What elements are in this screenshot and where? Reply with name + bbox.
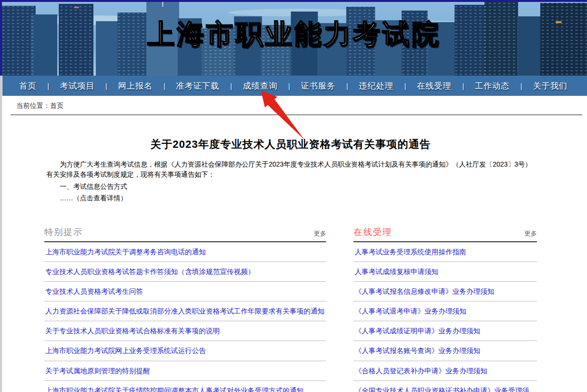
nav-item-1[interactable]: 考试项目 xyxy=(60,80,95,91)
main-content: 关于2023年度专业技术人员职业资格考试有关事项的通告 为方便广大考生查询考试信… xyxy=(0,137,587,392)
main-nav: 首页|考试项目|网上报名|准考证下载|成绩查询|证书服务|违纪处理|在线受理|工… xyxy=(0,76,587,96)
site-title: 上海市职业能力考试院 xyxy=(2,16,587,53)
list-item: 人事考试成绩复核申请须知 xyxy=(353,262,537,282)
notice-link[interactable]: 专业技术人员资格考试考生问答 xyxy=(45,287,143,295)
nav-divider: | xyxy=(462,82,464,90)
site-banner: 上海市职业能力考试院 xyxy=(0,0,587,76)
notice-title: 关于2023年度专业技术人员职业资格考试有关事项的通告 xyxy=(44,137,537,152)
list-item: 《全国专业技术人员职业资格证书补办申请》业务受理须知 xyxy=(353,381,537,392)
list-item: 《合格人员登记表补办申请》业务办理须知 xyxy=(353,361,537,381)
list-item: 上海市职业能力考试院关于调整考务咨询电话的通知 xyxy=(44,242,326,262)
section-title-special-tips: 特别提示 xyxy=(44,226,83,238)
notice-link[interactable]: 上海市职业能力考试院关于疫情防控期间调整本市人事考试对外业务受理方式的通知 xyxy=(45,387,304,392)
breadcrumb-divider xyxy=(11,115,582,115)
notice-link[interactable]: 人事考试业务受理系统使用操作指南 xyxy=(354,248,466,256)
nav-item-8[interactable]: 工作动态 xyxy=(475,80,509,91)
notice-link[interactable]: 人事考试成绩复核申请须知 xyxy=(354,268,438,275)
nav-divider: | xyxy=(47,82,49,90)
list-item: 关于考试属地原则管理的特别提醒 xyxy=(44,361,326,381)
notice-line-3[interactable]: ……（点击查看详情） xyxy=(46,193,537,203)
list-item: 人事考试业务受理系统使用操作指南 xyxy=(353,242,537,262)
nav-item-4[interactable]: 成绩查询 xyxy=(243,80,277,91)
notice-link[interactable]: 《合格人员登记表补办申请》业务办理须知 xyxy=(354,367,487,375)
section-special-tips: 特别提示 更多 上海市职业能力考试院关于调整考务咨询电话的通知专业技术人员职业资… xyxy=(44,226,326,392)
breadcrumb-label: 当前位置：首页 xyxy=(16,102,64,109)
list-item: 《人事考试报名信息修改申请》业务办理须知 xyxy=(353,282,537,301)
notice-link[interactable]: 关于专业技术人员职业资格考试合格标准有关事项的说明 xyxy=(45,327,220,335)
nav-divider: | xyxy=(105,82,107,90)
notice-link[interactable]: 关于考试属地原则管理的特别提醒 xyxy=(45,367,150,375)
nav-divider: | xyxy=(163,82,165,90)
notice-link[interactable]: 上海市职业能力考试院关于调整考务咨询电话的通知 xyxy=(45,248,206,256)
notice-link[interactable]: 上海市职业能力考试院网上业务受理系统试运行公告 xyxy=(45,347,206,354)
nav-divider: | xyxy=(521,82,522,90)
notice-link[interactable]: 人力资源社会保障部关于降低或取消部分准入类职业资格考试工作年限要求有关事项的通知 xyxy=(45,307,325,315)
nav-item-2[interactable]: 网上报名 xyxy=(118,80,153,91)
nav-item-3[interactable]: 准考证下载 xyxy=(176,80,220,91)
notice-link[interactable]: 《人事考试报名信息修改申请》业务办理须知 xyxy=(354,287,494,295)
notice-paragraph: 为方便广大考生查询考试信息，根据《人力资源社会保障部办公厅关于2023年度专业技… xyxy=(46,159,533,180)
special-tips-list: 上海市职业能力考试院关于调整考务咨询电话的通知专业技术人员职业资格考试答题卡作答… xyxy=(44,242,326,392)
section-header: 在线受理 更多 xyxy=(353,226,537,242)
notice-link[interactable]: 《全国专业技术人员职业资格证书补办申请》业务受理须知 xyxy=(354,387,529,392)
nav-item-9[interactable]: 关于我们 xyxy=(533,80,568,91)
nav-divider: | xyxy=(230,82,232,90)
list-item: 《人事考试成绩证明申请》业务办理须知 xyxy=(353,321,537,341)
page: 上海市职业能力考试院 首页|考试项目|网上报名|准考证下载|成绩查询|证书服务|… xyxy=(0,0,587,392)
notice-link[interactable]: 《人事考试成绩证明申请》业务办理须知 xyxy=(354,327,480,335)
list-item: 专业技术人员资格考试考生问答 xyxy=(44,282,326,301)
nav-item-5[interactable]: 证书服务 xyxy=(301,80,336,91)
breadcrumb: 当前位置：首页 xyxy=(0,96,587,114)
list-item: 人力资源社会保障部关于降低或取消部分准入类职业资格考试工作年限要求有关事项的通知 xyxy=(44,301,326,321)
more-link-special-tips[interactable]: 更多 xyxy=(313,229,326,238)
section-header: 特别提示 更多 xyxy=(44,226,326,242)
notice-link[interactable]: 专业技术人员职业资格考试答题卡作答须知（含填涂规范宣传视频） xyxy=(45,268,255,275)
more-link-online-service[interactable]: 更多 xyxy=(524,229,537,238)
online-service-list: 人事考试业务受理系统使用操作指南人事考试成绩复核申请须知《人事考试报名信息修改申… xyxy=(353,242,537,392)
nav-divider: | xyxy=(288,82,290,90)
link-columns: 特别提示 更多 上海市职业能力考试院关于调整考务咨询电话的通知专业技术人员职业资… xyxy=(44,226,537,392)
nav-item-7[interactable]: 在线受理 xyxy=(417,80,452,91)
list-item: 专业技术人员职业资格考试答题卡作答须知（含填涂规范宣传视频） xyxy=(44,262,326,282)
section-title-online-service: 在线受理 xyxy=(353,226,392,238)
nav-divider: | xyxy=(346,82,348,90)
notice-link[interactable]: 《人事考试退考申请》业务办理须知 xyxy=(354,307,466,315)
notice-line-2: 一、考试信息公告方式 xyxy=(46,182,537,192)
list-item: 上海市职业能力考试院网上业务受理系统试运行公告 xyxy=(44,341,326,361)
notice-link[interactable]: 《人事考试报名账号查询》业务办理须知 xyxy=(354,347,480,354)
nav-item-0[interactable]: 首页 xyxy=(19,80,37,91)
list-item: 《人事考试报名账号查询》业务办理须知 xyxy=(353,341,537,361)
section-online-service: 在线受理 更多 人事考试业务受理系统使用操作指南人事考试成绩复核申请须知《人事考… xyxy=(353,226,537,392)
list-item: 关于专业技术人员职业资格考试合格标准有关事项的说明 xyxy=(44,321,326,341)
list-item: 《人事考试退考申请》业务办理须知 xyxy=(353,301,537,321)
list-item: 上海市职业能力考试院关于疫情防控期间调整本市人事考试对外业务受理方式的通知 xyxy=(44,381,326,392)
nav-divider: | xyxy=(404,82,406,90)
nav-item-6[interactable]: 违纪处理 xyxy=(359,80,393,91)
